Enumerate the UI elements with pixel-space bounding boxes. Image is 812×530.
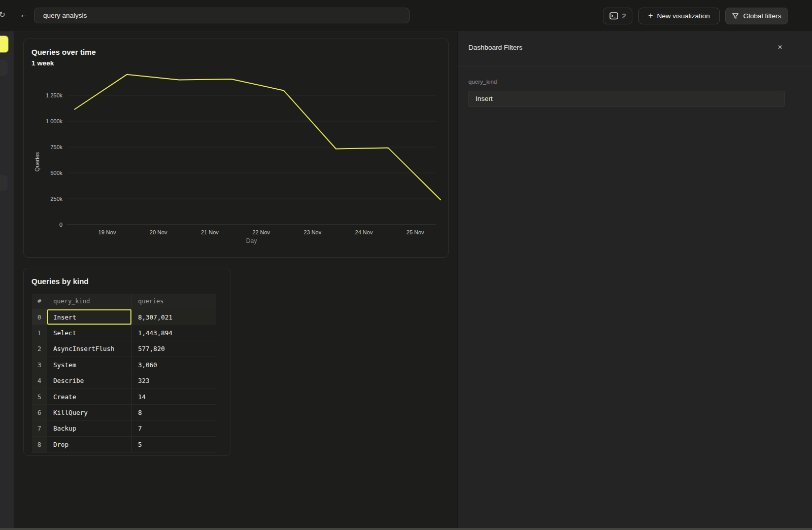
y-axis-title: Queries	[34, 152, 40, 171]
queries-count-cell: 5	[132, 437, 216, 452]
chart-subtitle: 1 week	[31, 59, 54, 67]
back-arrow-icon[interactable]: ←	[19, 9, 29, 20]
query-kind-cell[interactable]: System	[47, 357, 132, 372]
sidebar-item[interactable]	[0, 175, 8, 191]
query-kind-cell[interactable]: Select	[47, 325, 132, 340]
table-row[interactable]: 7Backup7	[32, 421, 216, 437]
query-kind-cell[interactable]: Drop	[47, 437, 132, 452]
x-tick-label: 19 Nov	[98, 229, 116, 235]
query-kind-cell[interactable]: AsyncInsertFlush	[47, 341, 132, 357]
dashboard-filters-panel: Dashboard Filters ✕ query_kind Insert	[457, 31, 812, 530]
y-tick-label: 750k	[50, 144, 62, 150]
queries-count-cell: 577,820	[132, 341, 216, 357]
x-tick-label: 25 Nov	[407, 229, 424, 235]
query-kind-cell[interactable]: Backup	[47, 421, 132, 436]
sidebar-item-active[interactable]	[0, 36, 9, 53]
query-kind-cell[interactable]: Insert	[47, 309, 132, 325]
queries-table-header: #query_kindqueries	[32, 294, 216, 309]
query-kind-filter-select[interactable]: Insert	[468, 91, 785, 107]
queries-table: #query_kindqueries 0Insert8,307,0211Sele…	[32, 294, 216, 453]
table-row[interactable]: 6KillQuery8	[32, 405, 216, 420]
y-tick-label: 0	[59, 222, 62, 228]
y-tick-label: 500k	[50, 170, 62, 176]
y-tick-label: 250k	[50, 196, 62, 202]
queries-count-cell: 1,443,894	[132, 325, 216, 340]
row-index-cell: 3	[32, 357, 47, 372]
dashboard-canvas: Queries over time 1 week 0250k500k750k1 …	[14, 31, 457, 530]
y-tick-label: 1 250k	[46, 92, 63, 98]
console-icon	[610, 12, 618, 20]
dashboard-title-input[interactable]	[34, 8, 410, 23]
row-index-cell: 7	[32, 421, 47, 436]
queries-count-cell: 323	[132, 373, 216, 388]
global-filters-button[interactable]: Global filters	[725, 8, 788, 24]
row-index-cell: 1	[32, 325, 47, 340]
queries-count-cell: 7	[132, 421, 216, 436]
table-column-header: #	[32, 294, 47, 309]
table-row[interactable]: 2AsyncInsertFlush577,820	[32, 341, 216, 357]
queries-count-cell: 3,060	[132, 357, 216, 372]
query-kind-filter-value: Insert	[476, 95, 493, 102]
chart-title: Queries over time	[31, 48, 96, 56]
queries-over-time-card: Queries over time 1 week 0250k500k750k1 …	[23, 39, 449, 258]
bottom-edge-strip	[0, 528, 812, 530]
queries-chart-svg: 0250k500k750k1 000k1 250k19 Nov20 Nov21 …	[24, 69, 448, 252]
x-tick-label: 21 Nov	[201, 229, 219, 235]
row-index-cell: 0	[32, 309, 47, 325]
filters-panel-header: Dashboard Filters ✕	[458, 31, 812, 66]
top-bar: ↻ ← 2 + New visualization Global filters	[0, 0, 812, 31]
query-kind-cell[interactable]: KillQuery	[47, 405, 132, 420]
table-row[interactable]: 1Select1,443,894	[32, 325, 216, 341]
left-sidebar	[0, 31, 14, 530]
query-kind-cell[interactable]: Create	[47, 389, 132, 404]
queries-badge-button[interactable]: 2	[603, 8, 632, 24]
table-title: Queries by kind	[31, 277, 89, 286]
x-tick-label: 22 Nov	[252, 229, 270, 235]
table-column-header: query_kind	[47, 294, 132, 309]
table-row[interactable]: 0Insert8,307,021	[32, 309, 216, 325]
row-index-cell: 5	[32, 389, 47, 404]
new-visualization-label: New visualization	[657, 12, 710, 20]
history-icon[interactable]: ↻	[0, 10, 6, 19]
queries-count-cell: 14	[132, 389, 216, 404]
filter-icon	[732, 13, 739, 20]
table-row[interactable]: 4Describe323	[32, 373, 216, 389]
sidebar-item[interactable]	[0, 60, 8, 76]
table-column-header: queries	[132, 294, 216, 309]
y-tick-label: 1 000k	[46, 118, 63, 124]
queries-badge-count: 2	[622, 12, 626, 20]
close-icon[interactable]: ✕	[777, 44, 783, 51]
queries-count-cell: 8,307,021	[132, 309, 216, 325]
x-tick-label: 23 Nov	[303, 229, 321, 235]
series-line	[75, 75, 441, 200]
table-row[interactable]: 3System3,060	[32, 357, 216, 373]
queries-count-cell: 8	[132, 405, 216, 420]
row-index-cell: 8	[32, 437, 47, 452]
plus-icon: +	[648, 11, 653, 20]
global-filters-label: Global filters	[743, 12, 781, 20]
queries-by-kind-card: Queries by kind #query_kindqueries 0Inse…	[23, 268, 230, 456]
x-tick-label: 20 Nov	[150, 229, 167, 235]
filter-field-label: query_kind	[468, 79, 497, 85]
query-kind-cell[interactable]: Describe	[47, 373, 132, 388]
table-row[interactable]: 8Drop5	[32, 437, 216, 452]
x-tick-label: 24 Nov	[355, 229, 373, 235]
queries-table-body: 0Insert8,307,0211Select1,443,8942AsyncIn…	[32, 309, 216, 453]
x-axis-title: Day	[246, 237, 257, 244]
filters-panel-title: Dashboard Filters	[468, 44, 523, 51]
row-index-cell: 4	[32, 373, 47, 388]
new-visualization-button[interactable]: + New visualization	[638, 8, 720, 24]
row-index-cell: 6	[32, 405, 47, 420]
row-index-cell: 2	[32, 341, 47, 357]
table-row[interactable]: 5Create14	[32, 389, 216, 405]
